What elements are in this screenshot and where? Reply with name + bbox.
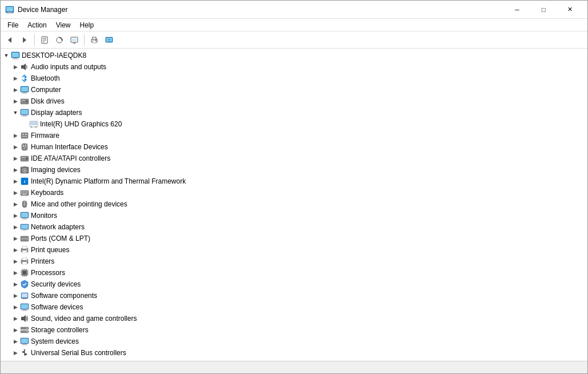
- tree-content[interactable]: ▼ DESKTOP-IAEQDK8 ▶ Audio: [1, 49, 587, 361]
- system-label: System devices: [31, 337, 79, 345]
- svg-rect-74: [21, 213, 28, 217]
- tree-item-security[interactable]: ▶ Security devices: [1, 278, 587, 290]
- menu-help[interactable]: Help: [75, 19, 99, 31]
- tree-item-storage[interactable]: ▶ Storage controllers: [1, 324, 587, 336]
- toolbar-separator-2: [84, 34, 85, 46]
- tree-item-disk[interactable]: ▶ Disk drives: [1, 96, 587, 107]
- tree-item-hid[interactable]: ▶ Human Interface Devices: [1, 141, 587, 153]
- svg-rect-114: [21, 317, 23, 320]
- tree-item-monitors[interactable]: ▶ Monitors: [1, 210, 587, 221]
- svg-rect-16: [93, 37, 96, 39]
- properties-button[interactable]: [38, 33, 51, 47]
- svg-rect-64: [26, 192, 27, 193]
- svg-rect-3: [6, 13, 13, 13]
- usb-expand-arrow: ▶: [11, 348, 20, 357]
- firmware-icon: [20, 131, 29, 140]
- svg-rect-48: [23, 145, 24, 147]
- svg-point-118: [26, 328, 27, 329]
- network-expand-arrow: ▶: [11, 222, 20, 232]
- menu-file[interactable]: File: [3, 19, 23, 31]
- printers-label: Printers: [31, 257, 54, 265]
- svg-rect-46: [22, 136, 27, 137]
- title-bar: Device Manager ─ □ ✕: [1, 1, 587, 19]
- root-expand-arrow: ▼: [2, 51, 11, 60]
- imaging-label: Imaging devices: [31, 166, 81, 174]
- svg-point-88: [26, 249, 27, 250]
- security-icon: [20, 280, 29, 289]
- system-expand-arrow: ▶: [11, 337, 20, 346]
- mice-expand-arrow: ▶: [11, 200, 20, 209]
- maximize-button[interactable]: □: [530, 1, 557, 19]
- display-expand-arrow: ▼: [11, 108, 20, 117]
- storage-label: Storage controllers: [31, 326, 89, 334]
- menu-view[interactable]: View: [51, 19, 75, 31]
- computer-label: Computer: [31, 86, 61, 94]
- svg-rect-37: [23, 115, 26, 116]
- scan-button[interactable]: [67, 33, 81, 47]
- tree-item-printqueue[interactable]: ▶ Print queues: [1, 244, 587, 256]
- svg-rect-14: [73, 43, 75, 43]
- print-button[interactable]: [87, 33, 101, 47]
- tree-item-mice[interactable]: ▶ Mice and other pointing devices: [1, 198, 587, 210]
- svg-point-82: [23, 238, 25, 240]
- device-manager-window: Device Manager ─ □ ✕ File Action View He…: [0, 0, 588, 374]
- svg-rect-61: [21, 192, 22, 193]
- tree-item-keyboard[interactable]: ▶ Keyboards: [1, 187, 587, 198]
- svg-rect-121: [21, 339, 28, 343]
- tree-item-bluetooth[interactable]: ▶ Bluetooth: [1, 73, 587, 84]
- tree-item-ports[interactable]: ▶ Ports (COM & LPT): [1, 233, 587, 244]
- tree-item-sound[interactable]: ▶ Sound, video and game controllers: [1, 313, 587, 324]
- tree-item-imaging[interactable]: ▶ Imaging devices: [1, 164, 587, 176]
- mice-label: Mice and other pointing devices: [31, 200, 127, 208]
- svg-rect-79: [23, 230, 26, 230]
- tree-item-ide[interactable]: ▶ IDE ATA/ATAPI controllers: [1, 153, 587, 164]
- disk-label: Disk drives: [31, 97, 65, 105]
- tree-item-network[interactable]: ▶ Network adapters: [1, 221, 587, 233]
- tree-item-softdev[interactable]: ▶ Software devices: [1, 301, 587, 313]
- svg-rect-13: [72, 38, 77, 41]
- tree-item-intel[interactable]: ▶ i Intel(R) Dynamic Platform and Therma…: [1, 176, 587, 187]
- usb-icon: [20, 348, 29, 357]
- tree-item-gpu[interactable]: ▶ Intel(R) UHD Graphics 620: [1, 118, 587, 130]
- tree-item-firmware[interactable]: ▶ Firmware: [1, 130, 587, 141]
- printqueue-label: Print queues: [31, 246, 69, 254]
- mice-icon: [20, 200, 29, 209]
- display-icon: [20, 108, 29, 117]
- hid-icon: [20, 142, 29, 152]
- ports-expand-arrow: ▶: [11, 234, 20, 243]
- imaging-expand-arrow: ▶: [11, 165, 20, 174]
- forward-button[interactable]: [18, 33, 31, 47]
- menu-action[interactable]: Action: [23, 19, 51, 31]
- audio-label: Audio inputs and outputs: [31, 63, 106, 71]
- network-icon: [20, 222, 29, 232]
- tree-item-audio[interactable]: ▶ Audio inputs and outputs: [1, 61, 587, 73]
- menu-bar: File Action View Help: [1, 19, 587, 31]
- minimize-button[interactable]: ─: [504, 1, 530, 19]
- close-button[interactable]: ✕: [557, 1, 583, 19]
- ports-icon: [20, 234, 29, 243]
- bluetooth-icon: [20, 74, 29, 83]
- back-button[interactable]: [3, 33, 17, 47]
- imaging-icon: [20, 165, 29, 174]
- svg-rect-17: [93, 41, 96, 43]
- window-icon: [5, 5, 14, 14]
- tree-item-display[interactable]: ▼ Display adapters: [1, 107, 587, 118]
- keyboard-label: Keyboards: [31, 189, 63, 197]
- audio-expand-arrow: ▶: [11, 62, 20, 71]
- svg-rect-91: [22, 262, 27, 264]
- audio-icon: [20, 62, 29, 71]
- svg-rect-29: [21, 87, 28, 91]
- tree-item-system[interactable]: ▶ System devices: [1, 336, 587, 347]
- svg-rect-57: [23, 166, 26, 168]
- help-button[interactable]: ?: [102, 33, 116, 47]
- update-button[interactable]: [53, 33, 66, 47]
- tree-item-usb[interactable]: ▶ Universal Serial Bus controllers: [1, 347, 587, 359]
- tree-item-computer[interactable]: ▶ Computer: [1, 84, 587, 96]
- tree-item-printers[interactable]: ▶ Printers: [1, 256, 587, 267]
- tree-root[interactable]: ▼ DESKTOP-IAEQDK8: [1, 50, 587, 61]
- processors-icon: [20, 268, 29, 277]
- tree-item-processors[interactable]: ▶ Proces: [1, 267, 587, 278]
- tree-item-softcomp[interactable]: ▶ Software components: [1, 290, 587, 301]
- computer-expand-arrow: ▶: [11, 85, 20, 94]
- svg-rect-112: [23, 309, 26, 311]
